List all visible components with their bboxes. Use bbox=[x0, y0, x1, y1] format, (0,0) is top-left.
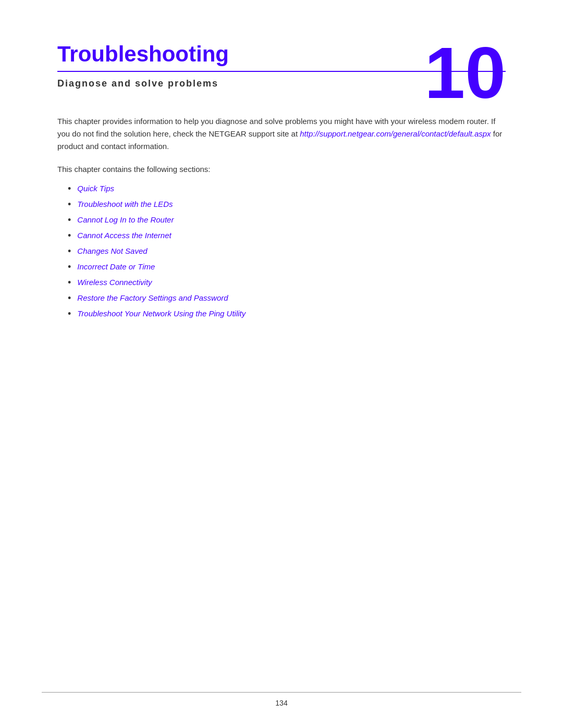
bullet-icon: • bbox=[68, 309, 71, 319]
toc-link-1[interactable]: Troubleshoot with the LEDs bbox=[77, 200, 173, 208]
toc-link-4[interactable]: Changes Not Saved bbox=[77, 246, 147, 255]
toc-item: •Cannot Access the Internet bbox=[68, 231, 506, 241]
chapter-number: 10 bbox=[424, 36, 506, 109]
bullet-icon: • bbox=[68, 246, 71, 257]
bullet-icon: • bbox=[68, 277, 71, 288]
bullet-icon: • bbox=[68, 199, 71, 210]
bullet-icon: • bbox=[68, 293, 71, 304]
toc-list: •Quick Tips•Troubleshoot with the LEDs•C… bbox=[68, 184, 506, 319]
page-number: 134 bbox=[275, 699, 287, 707]
page-footer: 134 bbox=[0, 692, 563, 707]
bullet-icon: • bbox=[68, 262, 71, 273]
toc-item: •Restore the Factory Settings and Passwo… bbox=[68, 293, 506, 304]
toc-link-2[interactable]: Cannot Log In to the Router bbox=[77, 215, 174, 224]
support-link[interactable]: http://support.netgear.com/general/conta… bbox=[300, 129, 491, 138]
footer-line bbox=[42, 692, 521, 693]
intro-paragraph-1: This chapter provides information to hel… bbox=[57, 115, 506, 153]
sections-intro: This chapter contains the following sect… bbox=[57, 163, 506, 176]
header-section: 10 Troubleshooting Diagnose and solve pr… bbox=[57, 42, 506, 89]
toc-item: •Quick Tips bbox=[68, 184, 506, 194]
toc-link-7[interactable]: Restore the Factory Settings and Passwor… bbox=[77, 293, 228, 302]
bullet-icon: • bbox=[68, 230, 71, 241]
toc-link-0[interactable]: Quick Tips bbox=[77, 184, 114, 193]
toc-item: •Wireless Connectivity bbox=[68, 278, 506, 288]
toc-item: •Troubleshoot Your Network Using the Pin… bbox=[68, 309, 506, 319]
toc-link-5[interactable]: Incorrect Date or Time bbox=[77, 262, 155, 271]
toc-link-6[interactable]: Wireless Connectivity bbox=[77, 278, 152, 287]
toc-item: •Troubleshoot with the LEDs bbox=[68, 200, 506, 210]
page: 10 Troubleshooting Diagnose and solve pr… bbox=[0, 0, 563, 728]
toc-item: •Incorrect Date or Time bbox=[68, 262, 506, 273]
toc-link-3[interactable]: Cannot Access the Internet bbox=[77, 231, 171, 240]
toc-item: •Changes Not Saved bbox=[68, 246, 506, 257]
bullet-icon: • bbox=[68, 215, 71, 226]
toc-item: •Cannot Log In to the Router bbox=[68, 215, 506, 226]
toc-link-8[interactable]: Troubleshoot Your Network Using the Ping… bbox=[77, 309, 246, 318]
bullet-icon: • bbox=[68, 183, 71, 194]
